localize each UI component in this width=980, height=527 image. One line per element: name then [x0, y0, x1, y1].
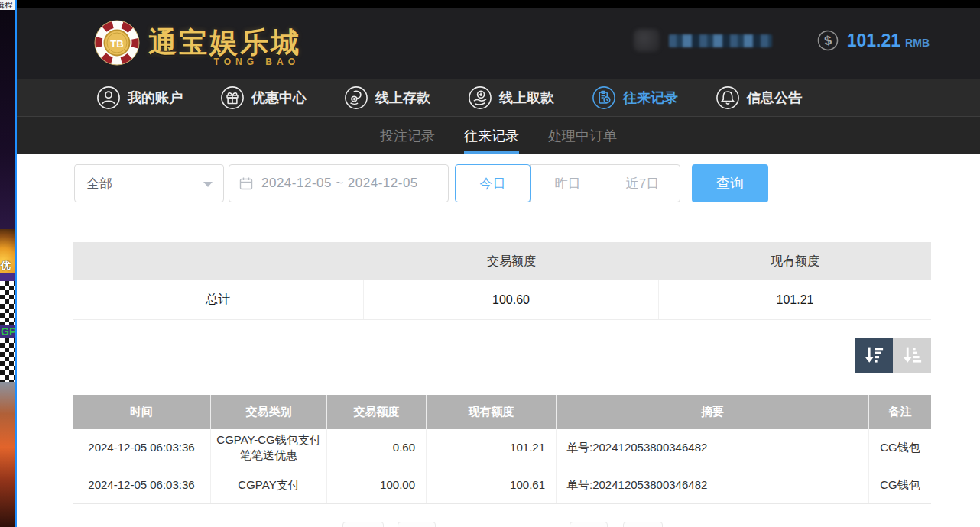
deposit-icon	[344, 86, 368, 110]
brand-name-en: TONG BAO	[214, 57, 300, 67]
col-header-amount: 交易额度	[327, 395, 427, 429]
record-subtabs: 投注记录 往来记录 处理中订单	[17, 117, 980, 154]
summary-total-label: 总计	[73, 280, 364, 319]
gift-icon	[220, 86, 245, 110]
user-cluster: $ 101.21 RMB	[634, 29, 930, 52]
background-char-fragment: 优	[1, 259, 11, 273]
pagination-button[interactable]	[342, 522, 384, 527]
sort-ascending-icon	[900, 344, 923, 367]
brand-name-cn: 通宝娱乐城	[148, 27, 301, 58]
transactions-table-header: 时间 交易类别 交易额度 现有额度 摘要 备注	[73, 395, 931, 429]
summary-header-transaction-amount: 交易额度	[364, 242, 659, 280]
col-header-note: 备注	[869, 395, 931, 429]
col-header-balance: 现有额度	[427, 395, 557, 429]
records-icon	[592, 86, 616, 110]
table-row: 2024-12-05 06:03:36 CGPAY支付 100.00 100.6…	[73, 467, 931, 504]
summary-total-row: 总计 100.60 101.21	[73, 280, 931, 320]
user-icon	[96, 86, 121, 110]
summary-header-current-balance: 现有额度	[659, 242, 931, 280]
nav-label: 线上存款	[375, 89, 430, 107]
col-header-time: 时间	[73, 395, 211, 429]
balance-amount: 101.21	[847, 31, 900, 51]
date-range-value: 2024-12-05 ~ 2024-12-05	[261, 176, 418, 191]
brand-logo[interactable]: TB 通宝娱乐城 TONG BAO	[93, 19, 301, 66]
cell-type: CGPAY-CG钱包支付笔笔送优惠	[211, 429, 327, 467]
col-header-summary: 摘要	[557, 395, 869, 429]
main-page: TB 通宝娱乐城 TONG BAO $ 101.21 RMB	[17, 0, 980, 527]
transactions-table: 时间 交易类别 交易额度 现有额度 摘要 备注 2024-12-05 06:03…	[73, 395, 931, 504]
summary-table: 交易额度 现有额度 总计 100.60 101.21	[73, 242, 931, 320]
main-nav: 我的账户 优惠中心 线上存款	[17, 79, 980, 117]
cell-time: 2024-12-05 06:03:36	[73, 467, 211, 503]
sort-descending-button[interactable]	[855, 338, 893, 373]
pagination-button[interactable]	[398, 522, 436, 527]
nav-label: 线上取款	[499, 89, 554, 107]
nav-item-withdraw[interactable]: 线上取款	[468, 86, 554, 110]
cell-balance: 101.21	[427, 429, 557, 467]
balance-currency: RMB	[905, 37, 930, 49]
cell-balance: 100.61	[427, 467, 557, 503]
sort-descending-icon	[862, 344, 885, 367]
cell-note: CG钱包	[869, 467, 931, 503]
col-header-type: 交易类别	[211, 395, 327, 429]
brand-text: 通宝娱乐城 TONG BAO	[148, 27, 301, 58]
quick-range-group: 今日 昨日 近7日	[455, 164, 680, 202]
records-content: 全部 2024-12-05 ~ 2024-12-05 今日 昨日 近7日 查询	[17, 154, 980, 526]
cell-note: CG钱包	[869, 429, 931, 467]
calendar-icon	[239, 176, 254, 191]
screen: 辑程 优 GP TB 通宝娱乐城 TONG BAO	[0, 0, 980, 527]
date-range-input[interactable]: 2024-12-05 ~ 2024-12-05	[229, 164, 449, 202]
last-7-days-button[interactable]: 近7日	[605, 164, 680, 202]
nav-item-transaction-records[interactable]: 往来记录	[592, 86, 678, 110]
withdraw-icon	[468, 86, 492, 110]
chevron-down-icon	[203, 182, 213, 187]
bell-icon	[716, 86, 740, 110]
divider	[73, 221, 931, 221]
type-select[interactable]: 全部	[74, 164, 224, 202]
cell-amount: 100.00	[327, 467, 427, 503]
cell-amount: 0.60	[327, 429, 427, 467]
tab-transaction-records[interactable]: 往来记录	[464, 117, 519, 154]
cell-time: 2024-12-05 06:03:36	[73, 429, 211, 467]
username-redacted[interactable]	[669, 34, 772, 47]
nav-label: 优惠中心	[251, 89, 307, 107]
top-black-band	[17, 0, 980, 8]
svg-text:$: $	[823, 33, 833, 48]
nav-item-announcements[interactable]: 信息公告	[716, 86, 802, 110]
summary-transaction-amount: 100.60	[364, 280, 659, 319]
poker-chip-icon: TB	[93, 19, 141, 66]
summary-header-empty	[73, 242, 364, 280]
today-button[interactable]: 今日	[455, 164, 531, 202]
nav-label: 我的账户	[128, 89, 183, 107]
nav-label: 信息公告	[747, 89, 802, 107]
cell-summary: 单号:202412053800346482	[557, 467, 869, 503]
yesterday-button[interactable]: 昨日	[530, 164, 605, 202]
cell-type: CGPAY支付	[211, 467, 327, 503]
svg-text:TB: TB	[110, 38, 123, 50]
pagination-button[interactable]	[623, 522, 663, 527]
search-button[interactable]: 查询	[692, 164, 768, 202]
tab-pending-orders[interactable]: 处理中订单	[548, 117, 617, 154]
balance-display[interactable]: $ 101.21 RMB	[816, 29, 930, 52]
avatar[interactable]	[634, 29, 660, 52]
tab-betting-records[interactable]: 投注记录	[380, 117, 435, 154]
background-window-strip: 辑程 优 GP	[0, 0, 17, 527]
dollar-coin-icon: $	[815, 27, 841, 53]
pagination-button[interactable]	[570, 522, 608, 527]
nav-item-deposit[interactable]: 线上存款	[344, 86, 430, 110]
summary-table-header: 交易额度 现有额度	[73, 242, 931, 280]
nav-item-my-account[interactable]: 我的账户	[96, 86, 183, 110]
nav-item-promotions[interactable]: 优惠中心	[220, 86, 307, 110]
cell-summary: 单号:202412053800346482	[557, 429, 869, 467]
table-row: 2024-12-05 06:03:36 CGPAY-CG钱包支付笔笔送优惠 0.…	[73, 429, 931, 467]
nav-label: 往来记录	[623, 89, 678, 107]
type-select-value: 全部	[86, 175, 112, 192]
sort-ascending-button[interactable]	[893, 338, 931, 373]
summary-current-balance: 101.21	[659, 280, 931, 319]
site-header: TB 通宝娱乐城 TONG BAO $ 101.21 RMB	[17, 8, 980, 79]
